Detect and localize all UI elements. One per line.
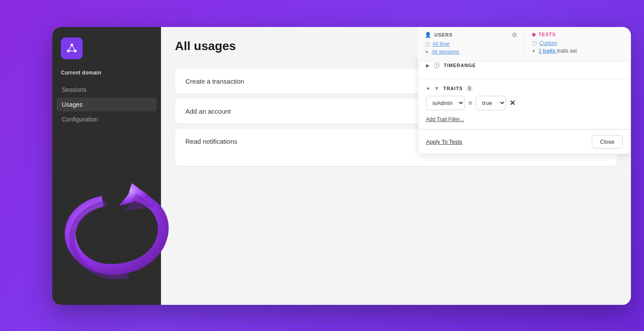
top-filter-bar: 👤 USERS ⚙ 🕐 All time ▼ All sessions bbox=[418, 27, 631, 61]
tests-col-header: ◆ TESTS bbox=[532, 31, 624, 37]
filter-icon: ▼ bbox=[425, 50, 429, 54]
close-button[interactable]: Close bbox=[592, 135, 623, 149]
traits-info-icon[interactable]: ℹ bbox=[466, 85, 473, 91]
time-filter-link[interactable]: All time bbox=[433, 41, 449, 47]
add-trait-link[interactable]: Add Trait Filter... bbox=[426, 116, 464, 122]
traits-count-link[interactable]: 3 traits bbox=[538, 48, 557, 54]
main-content: All usages Create a transaction Add an a… bbox=[161, 27, 631, 305]
sidebar-item-usages[interactable]: Usages bbox=[57, 98, 157, 111]
session-filter-link[interactable]: All sessions bbox=[432, 49, 459, 55]
trait-value-select[interactable]: true false bbox=[476, 96, 506, 110]
traits-chevron-icon: ▼ bbox=[426, 86, 431, 91]
user-icon: 👤 bbox=[425, 32, 432, 38]
timerange-header[interactable]: ▶ 🕐 TIMERANGE bbox=[426, 62, 623, 68]
users-filter-col: 👤 USERS ⚙ 🕐 All time ▼ All sessions bbox=[418, 27, 525, 61]
logo-icon bbox=[66, 42, 78, 54]
test-type-row: 🕐 Custom bbox=[532, 40, 624, 46]
sidebar-nav: Sessions Usages Configuration bbox=[52, 83, 161, 126]
svg-line-6 bbox=[72, 45, 75, 51]
tests-icon: ◆ bbox=[532, 31, 536, 37]
users-col-title: 👤 USERS bbox=[425, 32, 453, 38]
tests-col-title: ◆ TESTS bbox=[532, 31, 556, 37]
sidebar-item-configuration[interactable]: Configuration bbox=[57, 112, 157, 126]
timerange-chevron-icon: ▶ bbox=[426, 63, 430, 68]
filter-icon-tests: ▼ bbox=[532, 49, 536, 54]
timerange-clock-icon: 🕐 bbox=[433, 62, 440, 68]
svg-line-5 bbox=[68, 45, 72, 51]
traits-panel: ▶ 🕐 TIMERANGE ▼ ▼ TRAITS ℹ isAdmin email bbox=[418, 56, 631, 154]
gear-icon[interactable]: ⚙ bbox=[512, 31, 517, 38]
traits-section-header[interactable]: ▼ ▼ TRAITS ℹ bbox=[426, 85, 623, 91]
session-filter-row: ▼ All sessions bbox=[425, 49, 517, 55]
sidebar-section-label: Current domain bbox=[52, 70, 161, 83]
traits-section: ▼ ▼ TRAITS ℹ isAdmin email plan role = t… bbox=[418, 79, 631, 129]
sidebar-item-sessions[interactable]: Sessions bbox=[57, 83, 157, 97]
tests-filter-col: ◆ TESTS 🕐 Custom ▼ 3 traits trai bbox=[525, 27, 631, 61]
trait-filter-row: isAdmin email plan role = true false ✕ bbox=[426, 96, 623, 110]
trait-equals-sign: = bbox=[468, 99, 472, 107]
time-filter-row: 🕐 All time bbox=[425, 41, 517, 47]
test-type-link[interactable]: Custom bbox=[540, 40, 557, 46]
trait-key-select[interactable]: isAdmin email plan role bbox=[426, 96, 465, 110]
traits-filter-icon: ▼ bbox=[434, 85, 440, 91]
traits-count-badge: 3 traits traits set bbox=[538, 48, 577, 54]
main-card: Current domain Sessions Usages Configura… bbox=[52, 27, 631, 305]
traits-set-label: traits set bbox=[557, 48, 577, 54]
clock-icon: 🕐 bbox=[425, 42, 430, 47]
apply-to-tests-link[interactable]: Apply To Tests bbox=[426, 138, 462, 145]
app-logo bbox=[61, 37, 83, 59]
traits-footer: Apply To Tests Close bbox=[418, 129, 631, 154]
clock-icon-tests: 🕐 bbox=[532, 41, 537, 46]
trait-remove-button[interactable]: ✕ bbox=[510, 99, 515, 107]
traits-row: ▼ 3 traits traits set bbox=[532, 48, 624, 54]
users-col-header: 👤 USERS ⚙ bbox=[425, 31, 517, 38]
sidebar: Current domain Sessions Usages Configura… bbox=[52, 27, 161, 305]
